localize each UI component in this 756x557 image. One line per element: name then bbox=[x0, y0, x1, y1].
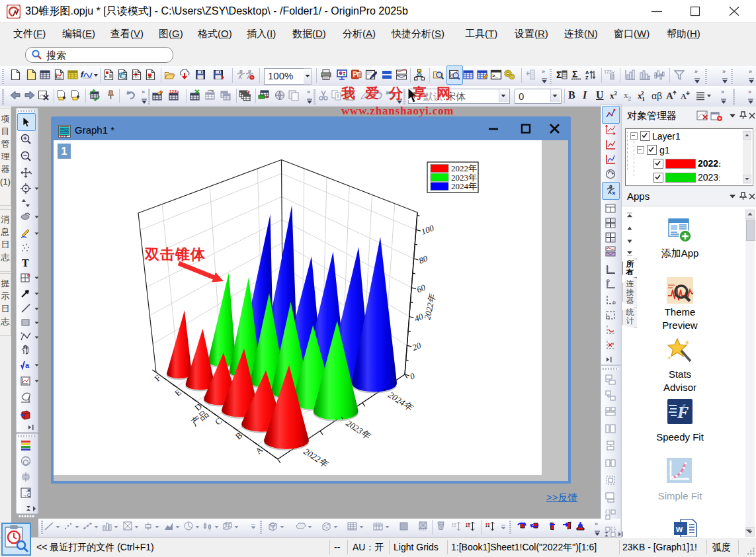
svg-text:123: 123 bbox=[604, 69, 612, 74]
svg-text:2022年: 2022年 bbox=[302, 447, 330, 470]
svg-text:2022年: 2022年 bbox=[422, 292, 437, 320]
svg-text:60: 60 bbox=[415, 282, 427, 295]
svg-text:A: A bbox=[681, 92, 687, 101]
svg-text:»: » bbox=[595, 521, 598, 527]
svg-text:*: * bbox=[21, 331, 23, 337]
svg-text:»: » bbox=[307, 89, 310, 95]
svg-text:»: » bbox=[748, 89, 751, 95]
svg-text:产品: 产品 bbox=[190, 409, 210, 428]
svg-text:E: E bbox=[173, 387, 183, 398]
svg-text:A: A bbox=[253, 445, 265, 456]
svg-text:a: a bbox=[27, 272, 30, 278]
svg-text:»: » bbox=[749, 68, 752, 75]
svg-text:w: w bbox=[675, 524, 683, 534]
svg-text:»: » bbox=[542, 68, 545, 75]
svg-text:F: F bbox=[153, 373, 163, 384]
svg-text:80: 80 bbox=[417, 253, 429, 266]
svg-text:A: A bbox=[666, 91, 673, 101]
svg-text:»: » bbox=[721, 89, 724, 95]
svg-text:>_: >_ bbox=[492, 73, 499, 79]
svg-text:Σ: Σ bbox=[556, 69, 562, 80]
svg-text:»: » bbox=[142, 89, 145, 95]
svg-text:C: C bbox=[213, 416, 224, 427]
svg-text:100: 100 bbox=[420, 223, 436, 237]
svg-text:2024年: 2024年 bbox=[451, 181, 477, 191]
svg-text:123: 123 bbox=[169, 89, 177, 94]
svg-text:a: a bbox=[612, 341, 614, 345]
svg-text:-B: -B bbox=[26, 488, 30, 493]
svg-text:»: » bbox=[694, 68, 698, 75]
svg-text:0: 0 bbox=[409, 370, 417, 382]
svg-text:20: 20 bbox=[411, 340, 423, 353]
svg-text:T: T bbox=[22, 257, 29, 269]
svg-text:B: B bbox=[233, 430, 245, 441]
svg-text:»: » bbox=[722, 68, 726, 75]
svg-text:2023年: 2023年 bbox=[344, 418, 372, 441]
svg-text:双击锥体: 双击锥体 bbox=[144, 246, 206, 263]
svg-text:2024年: 2024年 bbox=[386, 390, 415, 413]
svg-text:Σ: Σ bbox=[572, 69, 577, 79]
svg-text:Z: Z bbox=[585, 75, 589, 81]
svg-text:P: P bbox=[353, 71, 358, 78]
svg-text:a: a bbox=[25, 361, 30, 369]
svg-text:→C: →C bbox=[22, 493, 30, 497]
